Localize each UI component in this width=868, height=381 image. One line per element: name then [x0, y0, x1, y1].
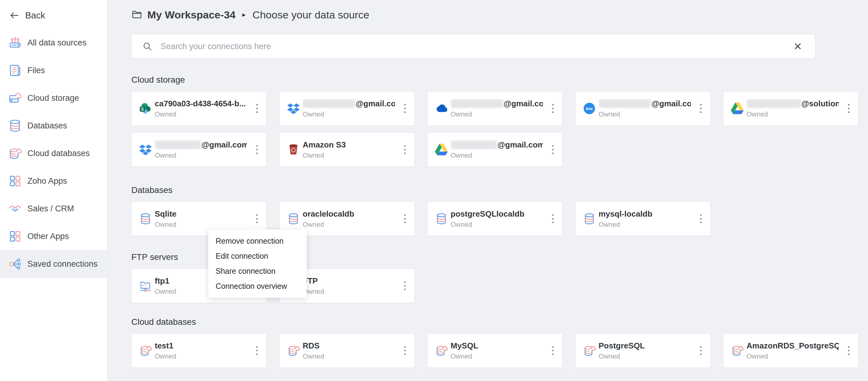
connection-card[interactable]: RDSOwned [279, 334, 414, 368]
section-cloud-databases: Cloud databasestest1OwnedRDSOwnedMySQLOw… [131, 317, 859, 368]
card-menu-kebab-icon[interactable] [550, 212, 556, 226]
cloud-storage-icon [8, 91, 22, 105]
connection-card[interactable]: mysql-localdbOwned [575, 202, 711, 236]
search-input[interactable] [160, 41, 784, 51]
sidebar-item-sales-crm[interactable]: Sales / CRM [0, 195, 107, 222]
card-menu-kebab-icon[interactable] [698, 102, 704, 115]
card-menu-kebab-icon[interactable] [845, 344, 852, 358]
connection-card[interactable]: MySQLOwned [427, 334, 563, 368]
owner-badge: Owned [746, 352, 851, 360]
redacted-name-blob [598, 99, 651, 108]
card-menu-kebab-icon[interactable] [254, 344, 260, 358]
back-button[interactable]: Back [0, 0, 107, 22]
owner-badge: Owned [303, 287, 407, 296]
menu-item-share-connection[interactable]: Share connection [208, 264, 307, 279]
card-menu-kebab-icon[interactable] [698, 212, 704, 226]
breadcrumb: My Workspace-34 ▸ Choose your data sourc… [131, 8, 859, 22]
connection-name-suffix: @gmail.com ... [497, 140, 543, 150]
card-menu-kebab-icon[interactable] [402, 344, 408, 358]
connection-name: @gmail.com ... [155, 140, 247, 150]
connection-name: postgreSQLlocaldb [451, 209, 543, 219]
owner-badge: Owned [155, 220, 259, 229]
menu-item-remove-connection[interactable]: Remove connection [208, 234, 307, 249]
connection-context-menu: Remove connectionEdit connectionShare co… [208, 230, 307, 298]
menu-item-edit-connection[interactable]: Edit connection [208, 249, 307, 264]
owner-badge: Owned [303, 352, 407, 360]
connection-card[interactable]: Sca790a03-d438-4654-b...Owned [131, 91, 267, 126]
card-text: SqliteOwned [155, 209, 259, 229]
connection-name: RDS [303, 341, 395, 351]
breadcrumb-workspace[interactable]: My Workspace-34 [147, 9, 236, 21]
owner-badge: Owned [451, 220, 555, 229]
sidebar-item-cloud-databases[interactable]: Cloud databases [0, 139, 107, 167]
other-apps-icon [8, 229, 22, 243]
card-menu-kebab-icon[interactable] [402, 279, 408, 293]
sidebar: Back All data sourcesFilesCloud storageD… [0, 0, 107, 381]
redacted-name-blob [451, 99, 503, 108]
owner-badge: Owned [155, 110, 259, 118]
connection-card[interactable]: PostgreSQLOwned [575, 334, 711, 368]
owner-badge: Owned [451, 110, 555, 118]
cloud-databases-icon [8, 146, 22, 161]
sidebar-item-other-apps[interactable]: Other Apps [0, 222, 107, 250]
gdrive-icon [435, 143, 448, 156]
connection-card[interactable]: AmazonRDS_PostgreSQLOwned [723, 334, 859, 368]
sidebar-item-databases[interactable]: Databases [0, 112, 107, 139]
connection-name: @solution... [746, 99, 839, 108]
connection-name: @gmail.com ... [451, 140, 543, 150]
card-menu-kebab-icon[interactable] [254, 212, 260, 226]
connection-name: MySQL [451, 341, 543, 351]
sidebar-item-label: Sales / CRM [27, 204, 74, 213]
clouddb-icon [287, 344, 300, 357]
connection-card[interactable]: @gmail.com ...Owned [427, 132, 563, 167]
card-menu-kebab-icon[interactable] [402, 102, 408, 115]
connection-card[interactable]: @gmail.co...Owned [279, 91, 414, 126]
connection-name: ca790a03-d438-4654-b... [155, 99, 247, 108]
connection-card[interactable]: @gmail.co...Owned [427, 91, 563, 126]
sales-crm-icon [8, 202, 22, 216]
svg-text:box: box [586, 107, 593, 111]
connection-name: mysql-localdb [598, 209, 691, 219]
dropbox-icon [139, 143, 152, 156]
connection-card[interactable]: @solution...Owned [723, 91, 859, 126]
card-menu-kebab-icon[interactable] [550, 102, 556, 115]
card-text: @gmail.com ...Owned [155, 140, 259, 160]
card-menu-kebab-icon[interactable] [698, 344, 704, 358]
sidebar-item-all-data-sources[interactable]: All data sources [0, 29, 107, 57]
owner-badge: Owned [303, 220, 407, 229]
card-menu-kebab-icon[interactable] [402, 212, 408, 226]
card-menu-kebab-icon[interactable] [550, 344, 556, 358]
clouddb-icon [731, 344, 744, 357]
card-menu-kebab-icon[interactable] [254, 102, 260, 115]
sidebar-item-label: Cloud storage [27, 94, 79, 103]
sidebar-item-cloud-storage[interactable]: Cloud storage [0, 84, 107, 112]
sidebar-item-saved-connections[interactable]: Saved connections [0, 250, 107, 278]
svg-text:S: S [141, 107, 144, 111]
owner-badge: Owned [598, 220, 703, 229]
card-menu-kebab-icon[interactable] [845, 102, 852, 115]
owner-badge: Owned [451, 352, 555, 360]
card-text: MySQLOwned [451, 341, 555, 360]
connection-card[interactable]: box@gmail.co...Owned [575, 91, 711, 126]
owner-badge: Owned [303, 151, 407, 160]
menu-item-connection-overview[interactable]: Connection overview [208, 279, 307, 294]
card-text: @gmail.com ...Owned [451, 140, 555, 160]
connection-card[interactable]: test1Owned [131, 334, 267, 368]
owner-badge: Owned [598, 352, 703, 360]
connection-card[interactable]: postgreSQLlocaldbOwned [427, 202, 563, 236]
box-icon: box [583, 102, 596, 115]
breadcrumb-separator-icon: ▸ [242, 11, 246, 19]
card-menu-kebab-icon[interactable] [550, 143, 556, 157]
sidebar-item-label: Zoho Apps [27, 176, 67, 186]
card-menu-kebab-icon[interactable] [254, 143, 260, 157]
connection-name: oraclelocaldb [303, 209, 395, 219]
sharepoint-icon: S [139, 102, 152, 115]
sidebar-item-files[interactable]: Files [0, 57, 107, 84]
sidebar-item-label: Cloud databases [27, 149, 90, 158]
sidebar-item-zoho-apps[interactable]: Zoho Apps [0, 167, 107, 195]
clear-search-icon[interactable]: ✕ [791, 40, 805, 53]
connection-card[interactable]: Amazon S3Owned [279, 132, 414, 167]
card-menu-kebab-icon[interactable] [402, 143, 408, 157]
files-icon [8, 63, 22, 77]
connection-card[interactable]: @gmail.com ...Owned [131, 132, 267, 167]
